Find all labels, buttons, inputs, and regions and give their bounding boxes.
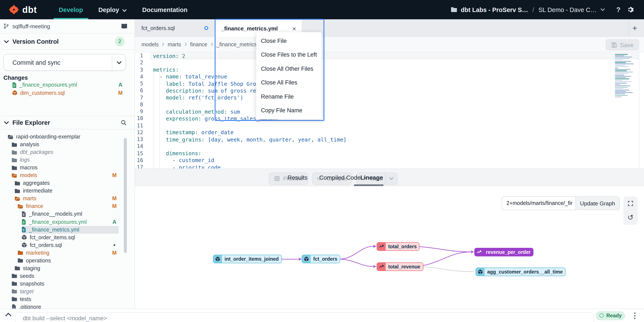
- context-menu-item-close-file[interactable]: Close File: [256, 34, 322, 48]
- tab-fct-orders-sql[interactable]: fct_orders.sql: [135, 19, 215, 37]
- code-text: dimensions:: [153, 150, 202, 157]
- chevron-up-icon[interactable]: [5, 312, 12, 317]
- file-tree-scrollbar[interactable]: [124, 138, 126, 253]
- tree-item-operations[interactable]: operations: [0, 257, 134, 264]
- context-menu-item-close-all-other-files[interactable]: Close All Other Files: [256, 62, 322, 76]
- node-label: agg_customer_orders__all_time: [484, 268, 565, 275]
- tree-item-rapid-onboarding-exemplar[interactable]: rapid-onboarding-exemplar: [0, 133, 134, 141]
- commit-and-sync-button[interactable]: Commit and sync: [4, 54, 126, 71]
- version-control-header[interactable]: Version Control 2: [0, 34, 134, 50]
- code-line-7[interactable]: 7 model: ref('fct_orders'): [135, 94, 644, 101]
- breadcrumb-item[interactable]: models: [142, 41, 159, 47]
- save-button[interactable]: Save: [606, 39, 639, 51]
- tree-item-finance[interactable]: financeM: [0, 203, 134, 210]
- tree-item-logs[interactable]: logs: [0, 156, 134, 164]
- code-minimap[interactable]: [615, 54, 637, 105]
- cube-icon: [476, 268, 484, 275]
- code-line-9[interactable]: 9 calculation_method: sum: [135, 108, 644, 115]
- new-tab-button[interactable]: +: [628, 19, 640, 37]
- sidebar: sqlfluff-meeting Version Control 2 Commi…: [0, 19, 135, 309]
- code-line-3[interactable]: 3metrics:: [135, 66, 644, 73]
- code-line-2[interactable]: 2: [135, 59, 644, 67]
- code-line-5[interactable]: 5 label: Total Jaffle Shop Gross Revenue: [135, 80, 644, 87]
- command-bar: dbt build --select <model_name> Ready: [0, 308, 644, 322]
- chevron-down-icon: [4, 121, 9, 124]
- lineage-node-total_orders[interactable]: total_orders: [377, 242, 420, 251]
- code-line-12[interactable]: 12 timestamp: order_date: [135, 129, 644, 136]
- code-line-15[interactable]: 15 dimensions:: [135, 150, 644, 157]
- tree-item-tests[interactable]: tests: [0, 295, 134, 303]
- changed-file-row[interactable]: dim_customers.sqlM: [0, 89, 134, 97]
- context-menu-item-close-all-files[interactable]: Close All Files: [256, 76, 322, 90]
- breadcrumb-item[interactable]: marts: [168, 41, 181, 47]
- tree-item-fct-orders-sql[interactable]: fct_orders.sql•: [0, 241, 134, 249]
- commit-options-chevron-icon[interactable]: [112, 55, 126, 70]
- tree-item-analysis[interactable]: analysis: [0, 141, 134, 148]
- code-line-1[interactable]: 1version: 2: [135, 52, 644, 59]
- git-branch-row[interactable]: sqlfluff-meeting: [0, 19, 134, 34]
- project-name[interactable]: dbt Labs - ProServ S…: [461, 6, 528, 13]
- panel-tab-lineage[interactable]: Lineage: [360, 169, 383, 186]
- context-menu-item-copy-file-name[interactable]: Copy File Name: [256, 104, 322, 118]
- lineage-node-fct_orders[interactable]: fct_orders: [302, 255, 340, 263]
- code-text: model: ref('fct_orders'): [153, 94, 243, 101]
- context-menu-item-close-files-to-the-left[interactable]: Close Files to the Left: [256, 48, 322, 62]
- code-line-4[interactable]: 4 - name: total_revenue: [135, 73, 644, 80]
- search-icon[interactable]: [120, 119, 127, 126]
- tree-item-aggregates[interactable]: aggregates: [0, 179, 134, 187]
- environment-name[interactable]: SL Demo - Dave C…: [538, 6, 596, 13]
- cube-icon: [22, 234, 27, 240]
- tree-item-target[interactable]: target: [0, 288, 134, 295]
- changed-file-name: _finance_exposures.yml: [19, 82, 77, 88]
- tree-item--finance-exposures-yml[interactable]: _finance_exposures.ymlA: [0, 218, 134, 226]
- tree-item-snapshots[interactable]: snapshots: [0, 280, 134, 288]
- tree-item-staging[interactable]: staging: [0, 264, 134, 272]
- node-label: int_order_items_joined: [222, 255, 281, 263]
- code-line-10[interactable]: 10 expression: gross_item_sales_amount: [135, 115, 644, 122]
- code-line-6[interactable]: 6 description: sum of gross revenue: [135, 87, 644, 94]
- code-line-13[interactable]: 13 time_grains: [day, week, month, quart…: [135, 136, 644, 143]
- tree-item-models[interactable]: modelsM: [0, 171, 134, 179]
- environment-chevron-icon[interactable]: [600, 8, 605, 11]
- trend-icon: [377, 242, 386, 250]
- tree-item-marts[interactable]: martsM: [0, 195, 134, 203]
- help-icon[interactable]: ?: [616, 6, 620, 14]
- code-line-14[interactable]: 14: [135, 143, 644, 150]
- file-explorer-header[interactable]: File Explorer: [0, 116, 134, 130]
- lineage-node-agg_customer_orders__all_time[interactable]: agg_customer_orders__all_time: [476, 267, 566, 276]
- code-line-11[interactable]: 11: [135, 122, 644, 129]
- tree-item-label: analysis: [20, 142, 39, 148]
- lineage-node-revenue_per_order[interactable]: revenue_per_order: [474, 248, 534, 256]
- nav-item-deploy[interactable]: Deploy: [90, 0, 134, 19]
- node-label: total_orders: [386, 242, 419, 250]
- panel-tab-results[interactable]: Results: [288, 169, 308, 186]
- docs-book-icon[interactable]: [121, 23, 128, 29]
- nav-item-documentation[interactable]: Documentation: [134, 0, 195, 19]
- tree-item--finance-metrics-yml[interactable]: _finance_metrics.yml: [0, 226, 134, 233]
- tree-item-fct-order-items-sql[interactable]: fct_order_items.sql: [0, 233, 134, 241]
- context-menu-item-rename-file[interactable]: Rename File: [256, 90, 322, 104]
- tree-item-seeds[interactable]: seeds: [0, 272, 134, 280]
- tree-item--finance-models-yml[interactable]: _finance__models.yml: [0, 210, 134, 218]
- tree-item-marketing[interactable]: marketingM: [0, 249, 134, 257]
- dbt-command-input[interactable]: dbt build --select <model_name>: [16, 312, 594, 322]
- tree-item-intermediate[interactable]: intermediate: [0, 187, 134, 195]
- settings-gear-icon[interactable]: [627, 6, 634, 13]
- code-line-17[interactable]: 17 - priority_code: [135, 164, 644, 168]
- panel-tab-compiled-code[interactable]: Compiled Code: [319, 169, 360, 186]
- code-line-16[interactable]: 16 - customer_id: [135, 157, 644, 164]
- kebab-menu-icon[interactable]: [632, 312, 638, 320]
- code-editor[interactable]: 1version: 223metrics:4 - name: total_rev…: [135, 52, 644, 168]
- build-options-chevron-icon[interactable]: [385, 173, 397, 184]
- changed-file-row[interactable]: _finance_exposures.ymlA: [0, 81, 134, 89]
- tree-item-macros[interactable]: macros: [0, 164, 134, 171]
- dbt-logo[interactable]: dbt: [9, 5, 37, 15]
- lineage-node-int_order_items_joined[interactable]: int_order_items_joined: [213, 255, 282, 263]
- tree-item-dbt-packages[interactable]: dbt_packages: [0, 148, 134, 156]
- tree-item--gitignore[interactable]: .gitignore: [0, 303, 134, 309]
- code-line-8[interactable]: 8: [135, 101, 644, 108]
- lineage-node-total_revenue[interactable]: total_revenue: [377, 262, 423, 271]
- nav-item-develop[interactable]: Develop: [51, 0, 90, 19]
- close-tab-icon[interactable]: ×: [292, 25, 296, 32]
- breadcrumb-item[interactable]: finance: [190, 41, 208, 47]
